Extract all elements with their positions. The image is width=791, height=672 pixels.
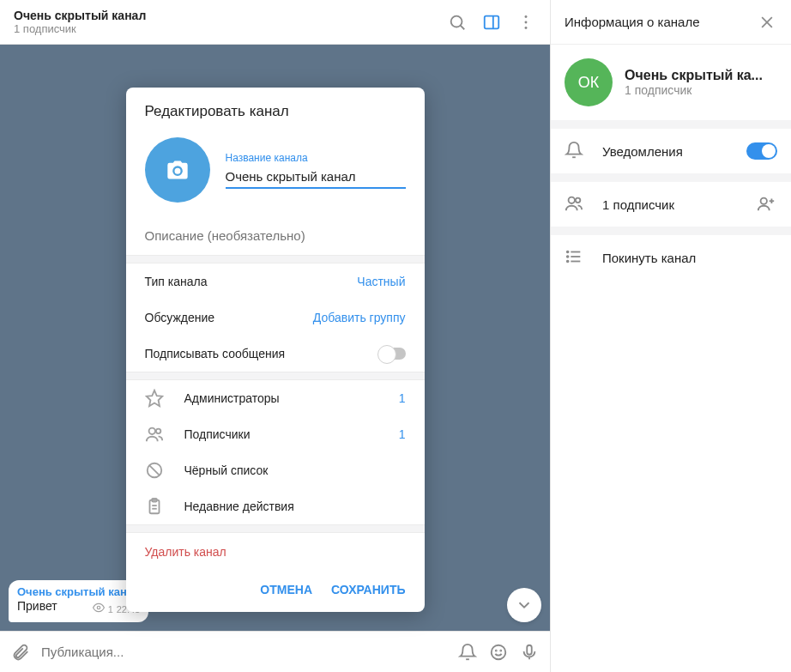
subscribers-label: Подписчики — [184, 427, 378, 441]
svg-point-18 — [496, 650, 497, 651]
name-field-label: Название канала — [226, 152, 406, 164]
svg-point-25 — [761, 198, 767, 204]
discussion-row[interactable]: Обсуждение Добавить группу — [126, 300, 425, 336]
svg-point-5 — [525, 21, 528, 23]
chat-input-bar — [0, 631, 550, 672]
svg-point-24 — [576, 198, 581, 203]
silent-icon[interactable] — [457, 642, 478, 663]
notifications-toggle[interactable] — [746, 142, 777, 160]
modal-overlay: Редактировать канал Название канала Т — [0, 45, 550, 631]
chat-title: Очень скрытый канал — [14, 9, 447, 22]
svg-point-9 — [148, 428, 154, 434]
svg-marker-8 — [146, 390, 161, 406]
admins-count: 1 — [399, 391, 406, 405]
svg-rect-20 — [527, 645, 532, 654]
notifications-row[interactable]: Уведомления — [551, 129, 791, 173]
subscribers-row[interactable]: Подписчики 1 — [126, 416, 425, 452]
list-icon — [565, 247, 585, 268]
profile-name: Очень скрытый ка... — [625, 68, 777, 83]
type-label: Тип канала — [145, 275, 208, 288]
users-icon — [145, 425, 164, 444]
clipboard-icon — [145, 497, 164, 516]
delete-channel-link[interactable]: Удалить канал — [126, 533, 425, 571]
recent-label: Недавние действия — [184, 499, 406, 513]
svg-point-6 — [525, 26, 528, 28]
type-value: Частный — [357, 275, 405, 288]
ban-icon — [145, 461, 164, 480]
star-icon — [145, 389, 164, 408]
panel-subscribers-row[interactable]: 1 подписчик — [551, 182, 791, 227]
close-icon[interactable] — [757, 12, 777, 33]
svg-line-12 — [149, 465, 160, 475]
modal-title: Редактировать канал — [126, 88, 425, 132]
subscribers-count: 1 — [399, 427, 406, 441]
svg-line-1 — [461, 25, 465, 29]
edit-channel-modal: Редактировать канал Название канала Т — [126, 88, 425, 612]
svg-point-10 — [155, 429, 160, 434]
blacklist-row[interactable]: Чёрный список — [126, 452, 425, 488]
save-button[interactable]: СОХРАНИТЬ — [331, 583, 405, 596]
channel-type-row[interactable]: Тип канала Частный — [126, 263, 425, 300]
panel-subscribers-label: 1 подписчик — [602, 197, 740, 212]
svg-point-31 — [567, 251, 569, 253]
sidebar-toggle-icon[interactable] — [481, 12, 502, 33]
message-input[interactable] — [41, 645, 447, 659]
svg-point-32 — [567, 256, 569, 257]
recent-actions-row[interactable]: Недавние действия — [126, 488, 425, 524]
avatar-upload-button[interactable] — [145, 137, 210, 203]
discussion-value: Добавить группу — [313, 311, 406, 324]
info-panel: Информация о канале ОК Очень скрытый ка.… — [550, 0, 791, 672]
chat-header: Очень скрытый канал 1 подписчик — [0, 0, 550, 45]
notifications-label: Уведомления — [602, 144, 729, 159]
admins-label: Администраторы — [184, 391, 378, 405]
mic-icon[interactable] — [519, 642, 540, 663]
attach-icon[interactable] — [10, 642, 31, 663]
chat-body: Очень скрытый канал Привет 1 22:45 — [0, 45, 550, 631]
channel-name-input[interactable] — [226, 167, 406, 189]
sign-label: Подписывать сообщения — [145, 347, 286, 360]
chat-subtitle: 1 подписчик — [14, 22, 447, 35]
sign-messages-row[interactable]: Подписывать сообщения — [126, 336, 425, 372]
discussion-label: Обсуждение — [145, 311, 215, 324]
users-icon — [565, 194, 585, 215]
leave-channel-row[interactable]: Покинуть канал — [551, 235, 791, 280]
svg-point-19 — [500, 650, 501, 651]
search-icon[interactable] — [447, 12, 468, 33]
svg-rect-2 — [485, 15, 499, 28]
more-icon[interactable] — [516, 12, 536, 33]
svg-point-17 — [492, 645, 506, 659]
admins-row[interactable]: Администраторы 1 — [126, 380, 425, 416]
add-user-icon[interactable] — [757, 194, 777, 215]
avatar: ОК — [565, 58, 613, 106]
leave-label: Покинуть канал — [602, 251, 777, 265]
bell-icon — [565, 141, 585, 161]
svg-point-4 — [525, 15, 528, 18]
svg-point-23 — [569, 197, 575, 203]
blacklist-label: Чёрный список — [184, 463, 406, 477]
emoji-icon[interactable] — [488, 642, 509, 663]
sign-toggle[interactable] — [378, 348, 406, 360]
description-input[interactable] — [126, 216, 425, 255]
profile-subtitle: 1 подписчик — [625, 83, 777, 97]
cancel-button[interactable]: ОТМЕНА — [260, 583, 312, 596]
svg-point-0 — [451, 15, 462, 27]
panel-profile[interactable]: ОК Очень скрытый ка... 1 подписчик — [551, 45, 791, 120]
panel-title: Информация о канале — [565, 15, 699, 29]
svg-point-33 — [567, 261, 569, 263]
